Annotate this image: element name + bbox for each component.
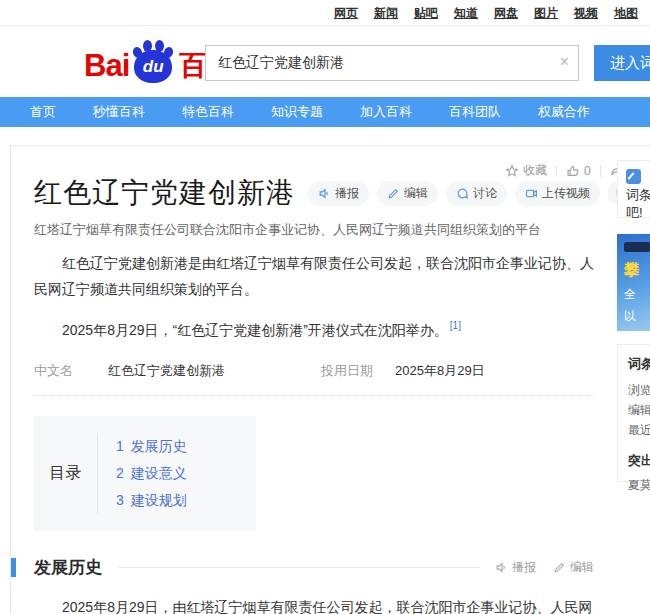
thumb-up-icon	[566, 164, 580, 178]
top-link-webpage[interactable]: 网页	[334, 5, 358, 22]
top-link-maps[interactable]: 地图	[614, 5, 638, 22]
speaker-icon	[495, 561, 508, 574]
search-input[interactable]	[205, 45, 579, 81]
broadcast-button[interactable]: 播报	[308, 181, 369, 206]
logo-text-du: du	[143, 57, 164, 77]
summary-paragraph: 红色辽宁党建创新港是由红塔辽宁烟草有限责任公司发起，联合沈阳市企事业记协、人民网…	[34, 250, 594, 302]
discuss-button[interactable]: 讨论	[446, 181, 507, 206]
nav-miaodong[interactable]: 秒懂百科	[93, 103, 145, 121]
divider	[556, 165, 557, 177]
section-title: 发展历史	[34, 556, 102, 579]
nav-zhuanti[interactable]: 知识专题	[271, 103, 323, 121]
stats-title: 词条	[628, 355, 650, 373]
edit-prompt-text: 词条	[626, 186, 650, 204]
entry-subtitle: 红塔辽宁烟草有限责任公司联合沈阳市企事业记协、人民网辽宁频道共同组织策划的平台	[34, 221, 594, 239]
section-edit-button[interactable]: 编辑	[553, 559, 594, 576]
edit-prompt-card[interactable]: 词条 吧!	[617, 160, 650, 218]
top-bar: 网页 新闻 贴吧 知道 网盘 图片 视频 地图 文库	[0, 0, 650, 26]
table-of-contents: 目录 1发展历史 2建设意义 3建设规划	[34, 416, 256, 531]
divider	[118, 567, 479, 568]
section-history: 发展历史 播报 编辑	[34, 556, 594, 614]
speaker-icon	[318, 187, 331, 200]
banner-text: 以	[624, 308, 650, 325]
top-link-images[interactable]: 图片	[534, 5, 558, 22]
like-button[interactable]: 0	[566, 164, 591, 178]
nav-home[interactable]: 首页	[30, 103, 56, 121]
upload-video-button[interactable]: 上传视频	[515, 181, 600, 206]
toc-title: 目录	[34, 433, 98, 514]
basic-info-table: 中文名 红色辽宁党建创新港 投用日期 2025年8月29日	[34, 362, 594, 396]
stats-row-edits: 编辑	[628, 400, 650, 420]
info-item: 中文名 红色辽宁党建创新港	[34, 362, 321, 380]
stats-row-updated: 最近	[628, 420, 650, 440]
toc-item-significance[interactable]: 2建设意义	[116, 460, 187, 487]
main-nav: 首页 秒懂百科 特色百科 知识专题 加入百科 百科团队 权威合作	[0, 97, 650, 127]
contributors-title: 突出	[628, 452, 650, 470]
entry-stats-card: 词条 浏览 编辑 最近 突出 夏莫	[617, 344, 650, 482]
entry-card: 收藏 0 0 红色辽宁党建创新港 播报	[10, 145, 650, 614]
top-link-netdisk[interactable]: 网盘	[494, 5, 518, 22]
promo-banner[interactable]: 攀 全 以	[617, 234, 650, 331]
top-nav-links: 网页 新闻 贴吧 知道 网盘 图片 视频 地图 文库	[334, 5, 650, 22]
top-link-news[interactable]: 新闻	[374, 5, 398, 22]
summary-paragraph: 2025年8月29日，“红色辽宁党建创新港”开港仪式在沈阳举办。[1]	[34, 313, 594, 343]
nav-join[interactable]: 加入百科	[360, 103, 412, 121]
star-icon	[505, 164, 519, 178]
section-marker	[11, 558, 16, 577]
video-icon	[525, 187, 538, 200]
top-link-zhidao[interactable]: 知道	[454, 5, 478, 22]
banner-logo	[624, 242, 650, 252]
edit-square-icon	[626, 169, 641, 184]
section-broadcast-button[interactable]: 播报	[495, 559, 536, 576]
stats-row-views: 浏览	[628, 380, 650, 400]
top-link-video[interactable]: 视频	[574, 5, 598, 22]
toc-item-planning[interactable]: 3建设规划	[116, 487, 187, 514]
info-item: 投用日期 2025年8月29日	[321, 362, 485, 380]
pencil-icon	[387, 187, 400, 200]
logo-text-bai: Bai	[84, 48, 129, 84]
reference-link[interactable]: [1]	[450, 320, 461, 331]
entry-meta-actions: 收藏 0 0	[505, 162, 634, 179]
banner-headline: 攀	[624, 260, 650, 281]
baidu-paw-icon: du	[130, 40, 176, 84]
page-title: 红色辽宁党建创新港	[34, 174, 295, 212]
clear-search-icon[interactable]: ×	[560, 53, 569, 71]
nav-authority[interactable]: 权威合作	[538, 103, 590, 121]
edit-prompt-text: 吧!	[626, 204, 650, 222]
enter-entry-button[interactable]: 进入词条	[594, 45, 650, 81]
top-link-tieba[interactable]: 贴吧	[414, 5, 438, 22]
collect-button[interactable]: 收藏	[505, 162, 547, 179]
edit-button[interactable]: 编辑	[377, 181, 438, 206]
contributor-name[interactable]: 夏莫	[628, 477, 650, 494]
title-actions: 播报 编辑 讨论 上传	[308, 181, 636, 206]
toc-item-history[interactable]: 1发展历史	[116, 433, 187, 460]
divider	[600, 165, 601, 177]
chat-icon	[456, 187, 469, 200]
pencil-icon	[553, 561, 566, 574]
search-box: ×	[205, 45, 579, 81]
section-paragraph: 2025年8月29日，由红塔辽宁烟草有限责任公司发起，联合沈阳市企事业记协、人民…	[34, 594, 594, 614]
nav-team[interactable]: 百科团队	[449, 103, 501, 121]
nav-tese[interactable]: 特色百科	[182, 103, 234, 121]
banner-text: 全	[624, 286, 650, 303]
